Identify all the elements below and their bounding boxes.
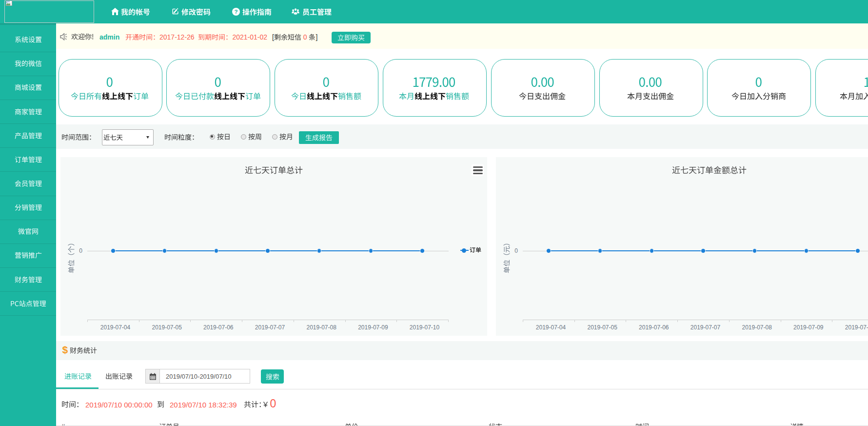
svg-text:?: ? bbox=[234, 9, 237, 15]
